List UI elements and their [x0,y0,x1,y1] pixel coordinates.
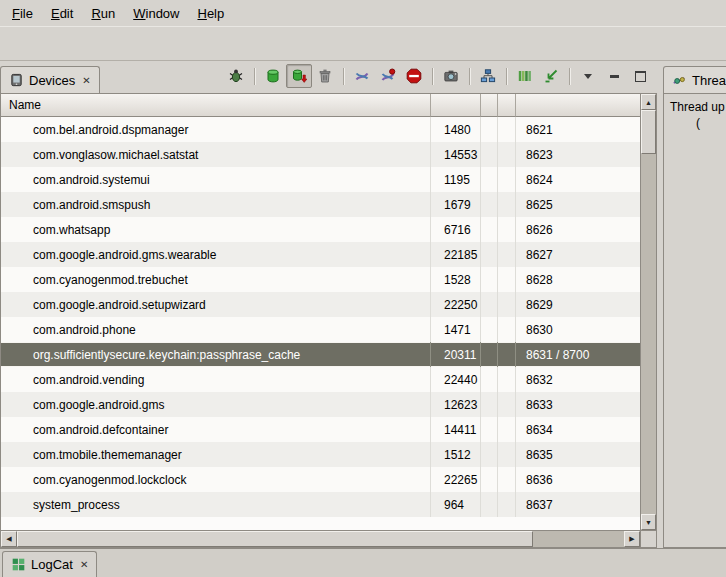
cause-gc-icon[interactable] [312,64,338,88]
update-threads-icon[interactable] [349,64,375,88]
scroll-right-button[interactable]: ▶ [624,531,640,547]
table-row[interactable]: com.vonglasow.michael.satstat 14553 8623 [1,142,640,167]
start-method-profiling-icon[interactable] [375,64,401,88]
table-row[interactable]: com.android.vending 22440 8632 [1,367,640,392]
empty-cell [481,117,498,142]
horizontal-scroll-thumb[interactable] [17,531,533,547]
process-port: 8630 [526,323,553,337]
vertical-scroll-track[interactable] [641,110,656,514]
close-icon[interactable]: ✕ [78,559,88,570]
empty-cell [481,442,498,467]
device-icon [9,73,24,88]
logcat-icon [11,557,26,572]
maximize-icon[interactable] [627,64,653,88]
column-header-3[interactable] [498,94,516,117]
systrace-icon[interactable] [512,64,538,88]
table-row[interactable]: com.bel.android.dspmanager 1480 8621 [1,117,640,142]
column-header-port[interactable] [516,94,640,117]
menu-file[interactable]: File [3,2,42,25]
table-row[interactable]: com.android.smspush 1679 8625 [1,192,640,217]
empty-cell [481,492,498,517]
view-hierarchy-icon[interactable] [475,64,501,88]
table-row[interactable]: com.cyanogenmod.trebuchet 1528 8628 [1,267,640,292]
process-name: com.android.phone [33,323,136,337]
process-pid: 1528 [444,273,471,287]
table-header: Name [1,94,640,117]
tab-threads[interactable]: Threads ✕ [663,66,726,93]
threads-message-line1: Thread up [670,100,726,114]
menu-edit[interactable]: Edit [42,2,82,25]
stop-process-icon[interactable] [401,64,427,88]
process-name: com.bel.android.dspmanager [33,123,188,137]
process-pid: 22185 [444,248,477,262]
menu-window[interactable]: Window [124,2,188,25]
threads-content: Thread up ( [663,93,726,548]
table-row[interactable]: com.google.android.setupwizard 22250 862… [1,292,640,317]
menu-help[interactable]: Help [188,2,233,25]
table-row[interactable]: org.sufficientlysecure.keychain:passphra… [1,342,640,367]
empty-cell [498,442,516,467]
menu-run[interactable]: Run [82,2,124,25]
table-row[interactable]: com.android.phone 1471 8630 [1,317,640,342]
empty-cell [481,292,498,317]
table-row[interactable]: com.android.systemui 1195 8624 [1,167,640,192]
threads-icon [672,73,687,88]
table-row[interactable]: com.google.android.gms 12623 8633 [1,392,640,417]
table-row[interactable]: com.tmobile.thememanager 1512 8635 [1,442,640,467]
column-header-name[interactable]: Name [1,94,431,117]
debug-process-icon[interactable] [223,64,249,88]
empty-cell [498,267,516,292]
tab-logcat[interactable]: LogCat ✕ [2,551,97,577]
empty-cell [498,217,516,242]
vertical-scrollbar[interactable]: ▲ ▼ [640,94,656,530]
process-port: 8627 [526,248,553,262]
empty-cell [498,392,516,417]
screen-capture-icon[interactable] [438,64,464,88]
empty-cell [481,417,498,442]
table-row[interactable]: system_process 964 8637 [1,492,640,517]
process-name: com.cyanogenmod.trebuchet [33,273,188,287]
process-name: com.google.android.gms.wearable [33,248,216,262]
process-port: 8624 [526,173,553,187]
table-row[interactable]: com.whatsapp 6716 8626 [1,217,640,242]
empty-cell [498,367,516,392]
table-row[interactable]: com.android.defcontainer 14411 8634 [1,417,640,442]
process-port: 8631 / 8700 [526,348,589,362]
view-menu-icon[interactable] [575,64,601,88]
devices-panel: Devices ✕ [0,61,657,548]
process-pid: 20311 [444,348,476,362]
process-port: 8635 [526,448,553,462]
process-name: com.tmobile.thememanager [33,448,182,462]
logcat-bar: LogCat ✕ [0,548,726,577]
toolbar-separator [469,68,470,85]
empty-cell [498,292,516,317]
threads-tab-strip: Threads ✕ [663,61,726,93]
dump-hprof-icon[interactable] [286,64,312,88]
minimize-icon[interactable] [601,64,627,88]
process-name: com.android.systemui [33,173,150,187]
empty-cell [498,417,516,442]
empty-cell [481,342,498,367]
close-icon[interactable]: ✕ [80,75,90,86]
scroll-left-button[interactable]: ◀ [1,531,17,547]
column-header-pid[interactable] [431,94,481,117]
menubar: FileEditRunWindowHelp [0,0,726,27]
process-pid: 22440 [444,373,477,387]
column-header-2[interactable] [481,94,498,117]
table-row[interactable]: com.google.android.gms.wearable 22185 86… [1,242,640,267]
vertical-scroll-thumb[interactable] [641,110,656,154]
process-port: 8633 [526,398,553,412]
process-pid: 964 [444,498,464,512]
update-heap-icon[interactable] [260,64,286,88]
empty-cell [481,167,498,192]
devices-table-columns: Name com.bel.android.dspmanager 1480 862… [1,94,640,530]
opengl-trace-icon[interactable] [538,64,564,88]
scroll-up-button[interactable]: ▲ [641,94,656,110]
process-port: 8621 [526,123,553,137]
tab-devices[interactable]: Devices ✕ [0,66,100,93]
horizontal-scroll-track[interactable] [533,531,624,547]
process-pid: 6716 [444,223,471,237]
horizontal-scrollbar[interactable]: ◀ ▶ [1,530,640,547]
scroll-down-button[interactable]: ▼ [641,514,656,530]
table-row[interactable]: com.cyanogenmod.lockclock 22265 8636 [1,467,640,492]
